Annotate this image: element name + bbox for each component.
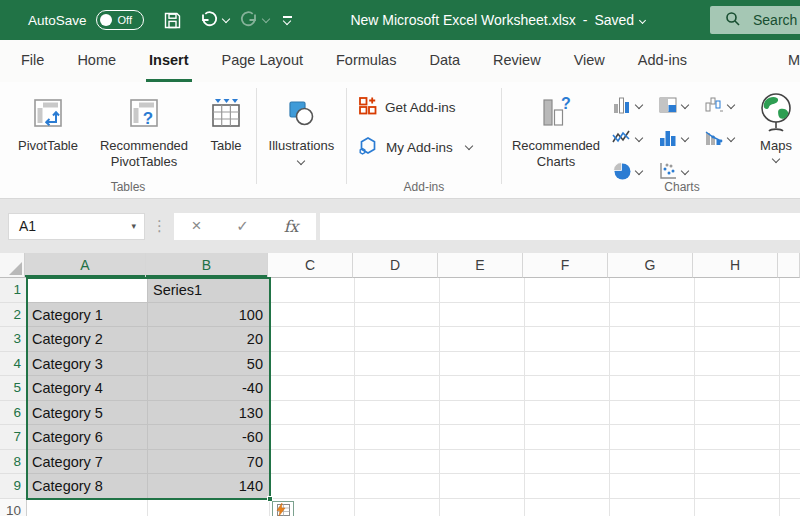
cell-G2[interactable] [610, 303, 695, 328]
cell-D10[interactable] [355, 499, 440, 516]
cell-I5[interactable] [780, 376, 800, 401]
cell-C2[interactable] [270, 303, 355, 328]
row-header-2[interactable]: 2 [0, 303, 27, 328]
cell-D9[interactable] [355, 474, 440, 499]
cell-C5[interactable] [270, 376, 355, 401]
cell-E7[interactable] [440, 425, 525, 450]
cell-G8[interactable] [610, 450, 695, 475]
pivottable-button[interactable]: PivotTable [6, 86, 90, 154]
row-header-8[interactable]: 8 [0, 450, 27, 475]
cell-F5[interactable] [525, 376, 610, 401]
tab-data[interactable]: Data [426, 40, 463, 82]
cell-C7[interactable] [270, 425, 355, 450]
cell-F3[interactable] [525, 327, 610, 352]
combo-chart-button[interactable] [704, 121, 750, 154]
cell-E1[interactable] [440, 278, 525, 303]
cell-F1[interactable] [525, 278, 610, 303]
column-header-C[interactable]: C [268, 253, 353, 278]
cell-B8[interactable]: 70 [148, 450, 270, 475]
cell-C1[interactable] [270, 278, 355, 303]
cell-F4[interactable] [525, 352, 610, 377]
cell-H5[interactable] [695, 376, 780, 401]
tab-partial[interactable]: M [785, 40, 800, 82]
cell-E4[interactable] [440, 352, 525, 377]
cell-G3[interactable] [610, 327, 695, 352]
cell-E9[interactable] [440, 474, 525, 499]
cell-B3[interactable]: 20 [148, 327, 270, 352]
cell-F9[interactable] [525, 474, 610, 499]
cancel-button[interactable]: × [191, 216, 201, 236]
column-header-A[interactable]: A [25, 253, 146, 278]
row-header-5[interactable]: 5 [0, 376, 27, 401]
illustrations-button[interactable]: Illustrations [257, 86, 345, 164]
insert-function-button[interactable]: fx [284, 217, 299, 236]
enter-button[interactable]: ✓ [236, 217, 249, 235]
autosave-control[interactable]: AutoSave Off [28, 10, 144, 30]
cell-A3[interactable]: Category 2 [27, 327, 148, 352]
cell-E8[interactable] [440, 450, 525, 475]
cell-I1[interactable] [780, 278, 800, 303]
cell-G7[interactable] [610, 425, 695, 450]
cell-B4[interactable]: 50 [148, 352, 270, 377]
row-header-9[interactable]: 9 [0, 474, 27, 499]
column-header-F[interactable]: F [523, 253, 608, 278]
tab-file[interactable]: File [18, 40, 47, 82]
cell-I6[interactable] [780, 401, 800, 426]
cell-I10[interactable] [780, 499, 800, 516]
cell-A7[interactable]: Category 6 [27, 425, 148, 450]
cell-B6[interactable]: 130 [148, 401, 270, 426]
cell-E3[interactable] [440, 327, 525, 352]
row-header-3[interactable]: 3 [0, 327, 27, 352]
cell-A4[interactable]: Category 3 [27, 352, 148, 377]
tab-review[interactable]: Review [490, 40, 544, 82]
cell-F6[interactable] [525, 401, 610, 426]
saved-status[interactable]: Saved [594, 12, 645, 28]
cell-F7[interactable] [525, 425, 610, 450]
cell-C4[interactable] [270, 352, 355, 377]
undo-button[interactable] [199, 10, 219, 30]
cell-B2[interactable]: 100 [148, 303, 270, 328]
cell-E2[interactable] [440, 303, 525, 328]
cell-F2[interactable] [525, 303, 610, 328]
cell-G9[interactable] [610, 474, 695, 499]
cell-H8[interactable] [695, 450, 780, 475]
tab-add-ins[interactable]: Add-ins [635, 40, 690, 82]
row-header-7[interactable]: 7 [0, 425, 27, 450]
cell-B10[interactable] [148, 499, 270, 516]
cell-B9[interactable]: 140 [148, 474, 270, 499]
cell-C9[interactable] [270, 474, 355, 499]
undo-dropdown-icon[interactable] [221, 14, 229, 22]
quick-analysis-button[interactable] [272, 501, 294, 516]
cell-D3[interactable] [355, 327, 440, 352]
column-header-G[interactable]: G [608, 253, 693, 278]
tab-formulas[interactable]: Formulas [333, 40, 399, 82]
waterfall-chart-button[interactable] [704, 88, 750, 121]
cell-G6[interactable] [610, 401, 695, 426]
row-header-10[interactable]: 10 [0, 499, 27, 516]
recommended-charts-button[interactable]: ? Recommended Charts [506, 86, 606, 170]
cell-D7[interactable] [355, 425, 440, 450]
save-icon[interactable] [162, 10, 183, 31]
cell-I9[interactable] [780, 474, 800, 499]
name-box[interactable]: A1 ▾ [8, 213, 145, 240]
cell-F10[interactable] [525, 499, 610, 516]
autosave-toggle[interactable]: Off [96, 10, 144, 30]
redo-button[interactable] [239, 10, 259, 30]
hierarchy-chart-button[interactable] [658, 88, 704, 121]
line-chart-button[interactable] [612, 121, 658, 154]
cell-D1[interactable] [355, 278, 440, 303]
cell-H7[interactable] [695, 425, 780, 450]
cell-B5[interactable]: -40 [148, 376, 270, 401]
tab-page-layout[interactable]: Page Layout [219, 40, 306, 82]
tab-view[interactable]: View [571, 40, 608, 82]
column-chart-button[interactable] [612, 88, 658, 121]
cell-D4[interactable] [355, 352, 440, 377]
cell-A9[interactable]: Category 8 [27, 474, 148, 499]
row-header-4[interactable]: 4 [0, 352, 27, 377]
cell-H3[interactable] [695, 327, 780, 352]
cell-E5[interactable] [440, 376, 525, 401]
cell-I4[interactable] [780, 352, 800, 377]
cell-C3[interactable] [270, 327, 355, 352]
cell-A5[interactable]: Category 4 [27, 376, 148, 401]
cell-C6[interactable] [270, 401, 355, 426]
